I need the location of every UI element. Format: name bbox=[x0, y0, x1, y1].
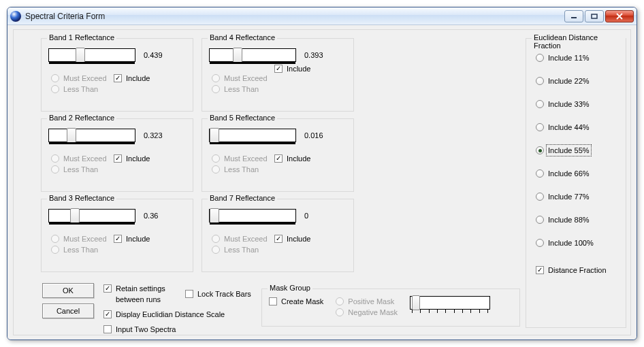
band-4-slider-thumb[interactable] bbox=[233, 48, 242, 63]
minimize-icon bbox=[570, 14, 577, 19]
euclidean-distance-group: Euclidean Distance Fraction Include 11% … bbox=[526, 38, 626, 328]
edf-option-11[interactable]: Include 11% bbox=[536, 52, 607, 63]
edf-option-33[interactable]: Include 33% bbox=[536, 99, 607, 110]
band-4-slider[interactable] bbox=[209, 48, 296, 62]
band-1-slider-thumb[interactable] bbox=[76, 48, 85, 63]
lock-track-bars-checkbox[interactable]: Lock Track Bars bbox=[185, 283, 251, 305]
display-euclidian-scale-checkbox[interactable]: Display Euclidian Distance Scale bbox=[103, 309, 251, 320]
edf-option-44[interactable]: Include 44% bbox=[536, 122, 607, 133]
positive-mask-radio[interactable]: Positive Mask bbox=[336, 296, 398, 307]
svg-rect-1 bbox=[592, 14, 597, 18]
band-2-group: Band 2 Reflectance 0.323 Must Exceed Les… bbox=[41, 118, 193, 192]
maximize-icon bbox=[591, 14, 598, 19]
negative-mask-radio[interactable]: Negative Mask bbox=[336, 307, 398, 318]
mask-group-legend: Mask Group bbox=[268, 284, 312, 292]
band-7-include-checkbox[interactable]: Include bbox=[274, 233, 310, 244]
minimize-button[interactable] bbox=[564, 10, 583, 22]
band-1-less-than-radio[interactable]: Less Than bbox=[51, 84, 107, 95]
band-5-slider-thumb[interactable] bbox=[210, 128, 219, 143]
band-7-group: Band 7 Reflectance 0 Must Exceed Less Th… bbox=[202, 199, 354, 272]
band-4-group: Band 4 Reflectance 0.393 Must Exceed Les… bbox=[202, 38, 354, 112]
edf-option-88[interactable]: Include 88% bbox=[536, 214, 607, 225]
edf-option-22[interactable]: Include 22% bbox=[536, 76, 607, 86]
band-3-legend: Band 3 Reflectance bbox=[47, 194, 116, 202]
window-buttons bbox=[563, 10, 634, 22]
band-1-legend: Band 1 Reflectance bbox=[47, 33, 116, 42]
band-3-must-exceed-radio[interactable]: Must Exceed bbox=[51, 233, 107, 244]
input-two-spectra-checkbox[interactable]: Input Two Spectra bbox=[103, 324, 251, 335]
app-icon bbox=[10, 11, 21, 22]
band-5-legend: Band 5 Reflectance bbox=[208, 114, 277, 122]
band-1-group: Band 1 Reflectance 0.439 Must Exceed Les… bbox=[41, 38, 193, 112]
mask-slider-thumb[interactable] bbox=[412, 295, 420, 310]
band-1-include-checkbox[interactable]: Include bbox=[114, 73, 150, 84]
window-title: Spectral Criteria Form bbox=[25, 12, 559, 21]
client-area: Band 1 Reflectance 0.439 Must Exceed Les… bbox=[7, 25, 637, 340]
band-5-less-than-radio[interactable]: Less Than bbox=[212, 164, 268, 175]
band-3-less-than-radio[interactable]: Less Than bbox=[51, 244, 107, 255]
edf-option-55[interactable]: Include 55% bbox=[536, 145, 607, 156]
euclidean-distance-legend: Euclidean Distance Fraction bbox=[532, 33, 626, 50]
edf-option-77[interactable]: Include 77% bbox=[536, 191, 607, 202]
band-5-value: 0.016 bbox=[304, 131, 332, 139]
band-7-value: 0 bbox=[304, 212, 332, 220]
svg-rect-0 bbox=[571, 17, 577, 18]
band-4-must-exceed-radio[interactable]: Must Exceed bbox=[212, 73, 268, 84]
band-2-slider[interactable] bbox=[48, 129, 135, 142]
band-2-less-than-radio[interactable]: Less Than bbox=[51, 164, 107, 175]
band-5-include-checkbox[interactable]: Include bbox=[274, 153, 310, 164]
mask-slider[interactable] bbox=[410, 296, 490, 310]
band-3-group: Band 3 Reflectance 0.36 Must Exceed Less… bbox=[41, 199, 193, 272]
band-3-slider[interactable] bbox=[48, 209, 135, 222]
band-2-must-exceed-radio[interactable]: Must Exceed bbox=[51, 153, 107, 164]
band-7-less-than-radio[interactable]: Less Than bbox=[212, 244, 268, 255]
maximize-button[interactable] bbox=[585, 10, 604, 22]
band-4-less-than-radio[interactable]: Less Than bbox=[212, 84, 268, 95]
band-2-slider-thumb[interactable] bbox=[67, 128, 76, 143]
band-1-slider[interactable] bbox=[48, 48, 135, 62]
band-7-legend: Band 7 Reflectance bbox=[208, 194, 277, 202]
create-mask-checkbox[interactable]: Create Mask bbox=[269, 296, 323, 307]
retain-settings-checkbox[interactable]: Retain settings between runs bbox=[103, 283, 178, 305]
distance-fraction-checkbox[interactable]: Distance Fraction bbox=[536, 265, 607, 276]
ok-button[interactable]: OK bbox=[42, 283, 94, 298]
inner-frame: Band 1 Reflectance 0.439 Must Exceed Les… bbox=[13, 29, 631, 335]
band-5-group: Band 5 Reflectance 0.016 Must Exceed Les… bbox=[202, 118, 354, 192]
band-1-must-exceed-radio[interactable]: Must Exceed bbox=[51, 73, 107, 84]
cancel-button[interactable]: Cancel bbox=[42, 303, 94, 318]
titlebar[interactable]: Spectral Criteria Form bbox=[7, 7, 637, 25]
band-7-slider-thumb[interactable] bbox=[210, 208, 219, 223]
band-3-include-checkbox[interactable]: Include bbox=[114, 233, 150, 244]
band-4-value: 0.393 bbox=[304, 51, 332, 59]
band-4-legend: Band 4 Reflectance bbox=[208, 33, 277, 42]
edf-option-66[interactable]: Include 66% bbox=[536, 168, 607, 179]
band-3-value: 0.36 bbox=[144, 212, 171, 220]
edf-option-100[interactable]: Include 100% bbox=[536, 237, 607, 248]
band-2-value: 0.323 bbox=[144, 131, 171, 139]
mask-group: Mask Group Create Mask Positive Mask Neg… bbox=[261, 288, 520, 327]
band-7-slider[interactable] bbox=[209, 209, 296, 222]
band-5-slider[interactable] bbox=[209, 129, 296, 142]
band-1-value: 0.439 bbox=[144, 51, 171, 59]
window-frame: Spectral Criteria Form Band 1 Reflectanc… bbox=[7, 7, 637, 340]
band-2-legend: Band 2 Reflectance bbox=[47, 114, 116, 122]
band-3-slider-thumb[interactable] bbox=[70, 208, 80, 223]
band-7-must-exceed-radio[interactable]: Must Exceed bbox=[212, 233, 268, 244]
close-icon bbox=[615, 13, 624, 20]
close-button[interactable] bbox=[605, 10, 634, 22]
band-5-must-exceed-radio[interactable]: Must Exceed bbox=[212, 153, 268, 164]
band-4-include-checkbox[interactable]: Include bbox=[274, 63, 310, 74]
band-2-include-checkbox[interactable]: Include bbox=[114, 153, 150, 164]
